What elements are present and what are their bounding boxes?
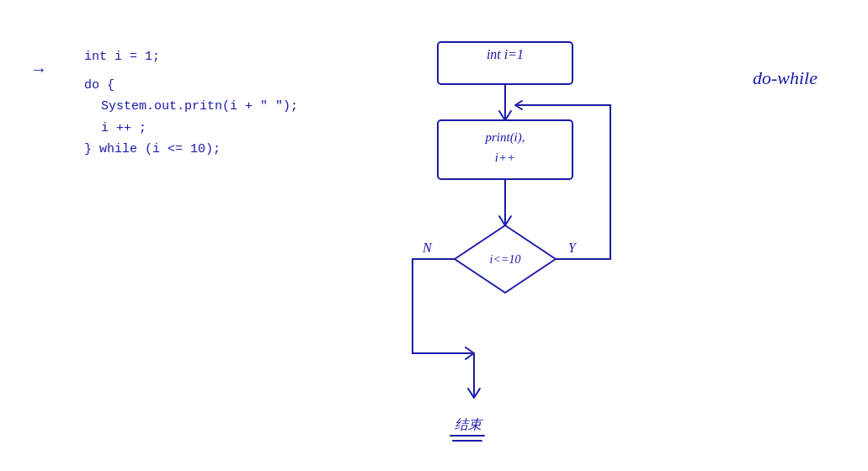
condition-text: i<=10 xyxy=(490,253,521,266)
code-section: int i = 1; do { System.out.pritn(i + " "… xyxy=(34,46,298,161)
svg-rect-4 xyxy=(438,120,572,179)
do-while-title: do-while xyxy=(753,67,817,89)
init-box-text: int i=1 xyxy=(487,47,524,61)
code-line-1: int i = 1; xyxy=(84,46,298,68)
no-label: N xyxy=(422,241,433,255)
code-line-5: } while (i <= 10); xyxy=(84,139,298,161)
end-label: 结束 xyxy=(455,417,483,431)
code-line-4: i ++ ; xyxy=(101,118,298,140)
code-line-2: do { xyxy=(84,75,298,97)
flowchart-diagram: .hand { stroke: #1a1aaa; stroke-width: 2… xyxy=(387,34,724,458)
process-line1: print(i), xyxy=(484,130,525,145)
process-line2: i++ xyxy=(495,151,515,164)
code-line-3: System.out.pritn(i + " "); xyxy=(101,96,298,118)
yes-label: Y xyxy=(568,241,578,255)
